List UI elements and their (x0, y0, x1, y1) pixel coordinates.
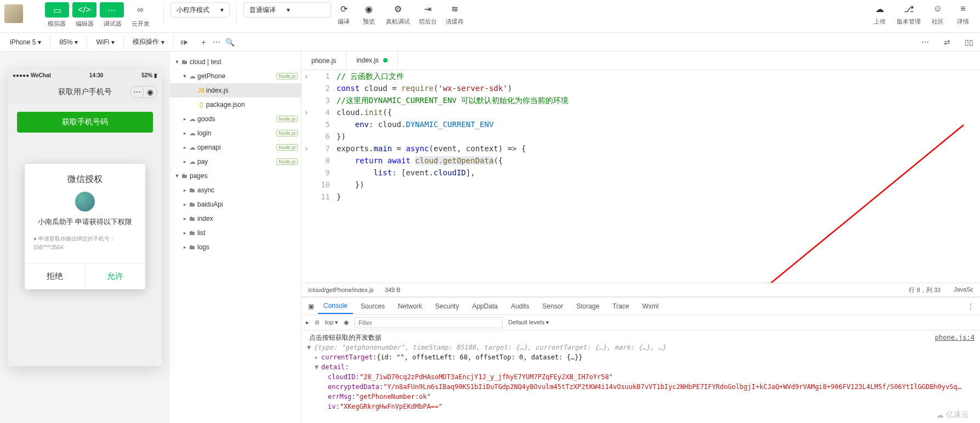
tree-goods[interactable]: ▸☁goodsNode.js (170, 112, 301, 126)
allow-button[interactable]: 允许 (86, 264, 146, 289)
tree-packagejson[interactable]: {}package.json (170, 98, 301, 112)
tab-console[interactable]: Console (318, 299, 353, 314)
context-select[interactable]: top ▾ (325, 319, 338, 326)
details-button[interactable]: ≡ (955, 2, 971, 15)
folder-icon: 🖿 (180, 172, 190, 180)
compile-mode-select[interactable]: 普通编译 ▾ (243, 2, 331, 18)
devtools-tabs: ▣ Console Sources Network Security AppDa… (301, 298, 980, 315)
tab-appdata[interactable]: AppData (466, 299, 503, 313)
deny-button[interactable]: 拒绝 (25, 264, 86, 289)
editor-status-row: /cloud/getPhone/index.js 349 B 行 8，列 33 … (301, 283, 980, 297)
code-editor[interactable]: › › › 1234567891011 // 云函数入口文件 const clo… (301, 70, 980, 283)
editor-label: 编辑器 (76, 20, 94, 28)
tree-pages[interactable]: ▼🖿pages (170, 169, 301, 183)
devtools-more-icon[interactable]: ⋮ (966, 301, 976, 311)
tree-logs[interactable]: ▸🖿logs (170, 240, 301, 254)
compile-text: 普通编译 (249, 5, 276, 15)
tree-pay[interactable]: ▸☁payNode.js (170, 155, 301, 169)
simulator-button[interactable]: ▭ (45, 2, 69, 18)
real-debug-button[interactable]: ⚙ (390, 2, 406, 15)
file-path: /cloud/getPhone/index.js (308, 287, 374, 293)
filter-input[interactable] (355, 317, 503, 328)
clear-cache-button[interactable]: ≋ (447, 2, 463, 15)
tab-sensor[interactable]: Sensor (537, 299, 569, 313)
chevron-down-icon: ▾ (111, 38, 115, 46)
tree-async[interactable]: ▸🖿async (170, 183, 301, 197)
cloud-icon: ☁ (187, 158, 197, 165)
carrier-text: ●●●●● WeChat (13, 72, 51, 78)
app-mode-select[interactable]: 小程序模式 ▾ (170, 2, 230, 18)
file-tree: ▼🖿cloud | test ▼☁getPhoneNode.js JSindex… (170, 52, 301, 423)
log-line: {type: "getphonenumber", timeStamp: 8518… (314, 342, 666, 352)
network-select[interactable]: WiFi▾ (90, 36, 120, 48)
folder-icon: 🖿 (187, 186, 197, 194)
console-bar: ▸ ⊘ top ▾ ◉ Default levels ▾ (301, 315, 980, 330)
nodejs-badge: Node.js (276, 73, 298, 79)
search-icon[interactable]: 🔍 (223, 36, 236, 49)
capsule-menu-icon[interactable]: ⋯ (130, 87, 144, 98)
log-source-link[interactable]: phone.js:4 (935, 333, 975, 342)
tab-index-js[interactable]: index.js (346, 52, 398, 70)
upload-button[interactable]: ☁ (871, 2, 888, 15)
version-button[interactable]: ⎇ (901, 2, 917, 15)
tree-openapi[interactable]: ▸☁openapiNode.js (170, 140, 301, 155)
devtools-panel: ▣ Console Sources Network Security AppDa… (301, 297, 980, 423)
cloud-dev-button[interactable]: ∞ (128, 2, 152, 18)
inspect-icon[interactable]: ▣ (306, 301, 316, 311)
eye-icon[interactable]: ◉ (344, 319, 349, 326)
tree-getphone[interactable]: ▼☁getPhoneNode.js (170, 69, 301, 83)
add-icon[interactable]: + (197, 36, 210, 49)
cursor-pos: 行 8，列 33 (909, 286, 940, 294)
more-icon[interactable]: ⋯ (210, 36, 223, 49)
tab-storage[interactable]: Storage (571, 299, 605, 313)
community-button[interactable]: ☺ (930, 2, 946, 15)
compile-button[interactable]: ⟳ (335, 2, 352, 15)
tree-login[interactable]: ▸☁loginNode.js (170, 126, 301, 140)
tree-indexjs[interactable]: JSindex.js (170, 83, 301, 98)
tab-security[interactable]: Security (430, 299, 464, 313)
get-phone-button[interactable]: 获取手机号码 (17, 112, 153, 133)
zoom-select[interactable]: 85%▾ (54, 36, 83, 48)
chevron-down-icon: ▾ (220, 6, 224, 14)
js-icon: JS (196, 88, 206, 94)
folder-icon: 🖿 (187, 215, 197, 222)
tab-trace[interactable]: Trace (607, 299, 635, 313)
debugger-label: 调试器 (104, 20, 122, 28)
levels-select[interactable]: Default levels ▾ (508, 319, 549, 326)
folder-icon: 🖿 (187, 229, 197, 237)
simulator-panel: ●●●●● WeChat 14:30 52% ▮ 获取用户手机号 ⋯◉ 获取手机… (0, 52, 170, 423)
tab-wxml[interactable]: Wxml (637, 299, 664, 313)
cloud-dev-label: 云开发 (132, 20, 150, 28)
editor-button[interactable]: </> (72, 2, 96, 18)
tree-root[interactable]: ▼🖿cloud | test (170, 55, 301, 69)
tab-audits[interactable]: Audits (505, 299, 534, 313)
tab-sources[interactable]: Sources (355, 299, 390, 313)
editor-tabs: phone.js index.js (301, 52, 980, 70)
secondary-bar: iPhone 5▾ 85%▾ WiFi▾ 模拟操作▾ 🕪 + ⋯ 🔍 ⋯ ⇄ ▯… (0, 33, 980, 52)
dots-icon[interactable]: ⋯ (919, 36, 932, 49)
sidebar-toggle-icon[interactable]: ▸ (306, 319, 309, 326)
settings-icon[interactable]: ⇄ (941, 36, 954, 49)
sim-ops-select[interactable]: 模拟操作▾ (127, 35, 170, 49)
console-log[interactable]: 点击按钮获取的开发数据phone.js:4 ▼{type: "getphonen… (301, 330, 980, 423)
phone-frame: ●●●●● WeChat 14:30 52% ▮ 获取用户手机号 ⋯◉ 获取手机… (8, 69, 162, 366)
tree-baiduapi[interactable]: ▸🖿baiduApi (170, 197, 301, 211)
tree-list[interactable]: ▸🖿list (170, 226, 301, 240)
top-toolbar: ▭ </> ⋯ 模拟器 编辑器 调试器 ∞ 云开发 小程序模式 ▾ 普通编译 ▾ (0, 0, 980, 33)
tab-network[interactable]: Network (392, 299, 428, 313)
split-icon[interactable]: ▯▯ (962, 36, 976, 49)
capsule[interactable]: ⋯◉ (130, 86, 157, 98)
project-avatar[interactable] (4, 4, 23, 23)
clear-console-icon[interactable]: ⊘ (315, 319, 320, 326)
device-select[interactable]: iPhone 5▾ (4, 36, 47, 48)
preview-button[interactable]: ◉ (361, 2, 377, 15)
bg-button[interactable]: ⇥ (420, 2, 436, 15)
tab-phone-js[interactable]: phone.js (301, 52, 346, 70)
debugger-button[interactable]: ⋯ (100, 2, 124, 18)
sound-icon[interactable]: 🕪 (177, 36, 190, 49)
modal-subtitle: 小南瓜助手 申请获得以下权限 (25, 217, 145, 235)
unsaved-dot-icon (383, 58, 388, 62)
tree-index[interactable]: ▸🖿index (170, 211, 301, 226)
modal-avatar (75, 192, 95, 211)
capsule-close-icon[interactable]: ◉ (144, 87, 157, 98)
